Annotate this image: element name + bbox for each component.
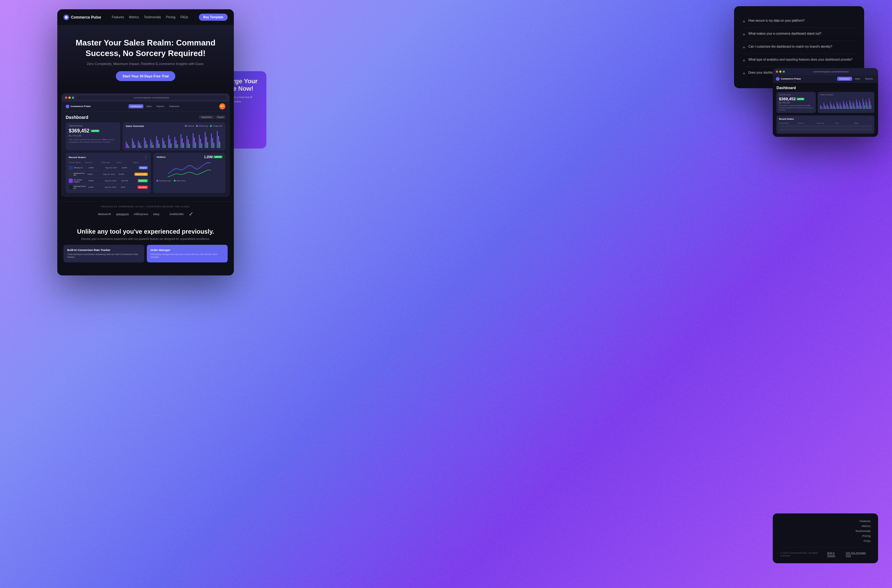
bar-group (833, 104, 836, 109)
bar (866, 100, 866, 109)
nav-link-faqs[interactable]: FAQs (180, 15, 188, 19)
right-revenue-badge: +8.77% (797, 98, 804, 100)
bar-group (199, 135, 205, 148)
faq-plus-icon-1[interactable]: + (743, 19, 745, 24)
bar-group (843, 101, 846, 109)
footer-link-testimonials[interactable]: Testimonials (855, 530, 871, 532)
tab-sales[interactable]: Sales (144, 104, 154, 108)
footer-built-with[interactable]: Built in Framer (827, 552, 843, 557)
bar (219, 141, 220, 148)
nav-link-pricing[interactable]: Pricing (166, 15, 176, 19)
faq-plus-icon-2[interactable]: + (743, 32, 745, 37)
feature-card-desc-conversion: Track and boost conversions seamlessly w… (67, 253, 141, 259)
faq-plus-icon-4[interactable]: + (743, 58, 745, 63)
footer-link-metrics[interactable]: Metrics (862, 525, 871, 528)
bar (850, 100, 850, 109)
visitors-badge: +20.4% (214, 156, 223, 158)
bar (844, 104, 845, 109)
bar (150, 139, 151, 148)
bar (132, 138, 133, 148)
brand-nike: ✓ (189, 211, 193, 218)
bar-group (853, 101, 856, 109)
bar (171, 143, 171, 148)
dashboard-tabs: Dashboard Sales Reports Shipments (129, 104, 182, 108)
right-tab-sales[interactable]: Sales (853, 77, 863, 81)
bar (162, 138, 163, 148)
faq-plus-icon-3[interactable]: + (743, 45, 745, 50)
nav-bar: Commerce Pulse Features Metrics Testimon… (57, 9, 234, 26)
bar (128, 146, 129, 148)
buy-template-button[interactable]: Buy Template (199, 14, 228, 21)
right-dash-title: Dashboard (776, 86, 874, 90)
product-image (69, 185, 72, 189)
export-button[interactable]: Export (215, 116, 226, 119)
right-dash-logo-text: Commerce Pulse (781, 77, 801, 80)
bar-group (840, 102, 842, 109)
right-tab-dashboard[interactable]: Dashboard (837, 77, 852, 81)
period-button[interactable]: September (199, 116, 214, 119)
bar (859, 100, 860, 109)
bar (183, 142, 184, 148)
bar (212, 138, 213, 148)
bar (133, 141, 134, 148)
logo-icon (63, 15, 69, 20)
nav-links: Features Metrics Testimonials Pricing FA… (112, 15, 188, 19)
footer-link-pricing[interactable]: Pricing (862, 534, 871, 537)
right-tab-reports[interactable]: Reports (863, 77, 875, 81)
footer-get-template[interactable]: Get This Template Free (846, 552, 871, 557)
right-dash-logo: Commerce Pulse (776, 77, 801, 81)
visitors-line-chart (156, 160, 223, 178)
cta-button[interactable]: Start Your 30 Days Free Trial (116, 71, 176, 81)
bar (188, 139, 189, 148)
nav-link-features[interactable]: Features (112, 15, 124, 19)
revenue-badge: +8.77% (91, 130, 100, 132)
footer-link-faqs[interactable]: FAQs (863, 539, 871, 543)
bar-group (850, 100, 852, 109)
right-orders-table-header: Product Name Order ID Order Date Price S… (779, 122, 872, 124)
logo-text: Commerce Pulse (71, 15, 101, 20)
right-metrics-row: Total Revenue $369,452 +8.77% $1,744,156… (776, 92, 874, 113)
tab-reports[interactable]: Reports (155, 104, 167, 108)
orders-menu-icon[interactable]: ⋮ (144, 155, 148, 160)
right-revenue-secondary: $1,744,156 (779, 102, 813, 104)
bar-group (193, 133, 198, 148)
bar (211, 134, 212, 148)
bar (854, 106, 855, 109)
bar (861, 106, 862, 109)
bar (152, 142, 152, 148)
tab-shipments[interactable]: Shipments (167, 104, 182, 108)
right-revenue-desc: This month's revenue has experienced a 2… (779, 105, 813, 111)
recent-orders-card: Recent Orders ⋮ Product Name Order ID Or… (66, 153, 151, 193)
faq-plus-icon-5[interactable]: + (743, 71, 745, 76)
legend-dot-existing (156, 180, 158, 182)
nav-link-testimonials[interactable]: Testimonials (144, 15, 161, 19)
browser-bar: commercepulse.com/dashboard (62, 94, 229, 102)
dashboard-nav: Commerce Pulse Dashboard Sales Reports S… (62, 102, 229, 112)
nav-link-metrics[interactable]: Metrics (129, 15, 139, 19)
legend-website: Website (185, 125, 194, 127)
legend-dot-website (185, 125, 187, 127)
order-product-nothing: Nothing Phone (2) (69, 185, 87, 189)
features-title: Unlike any tool you've experienced previ… (63, 228, 228, 236)
sales-overview-header: Sales Overview Website Mobile App (126, 125, 223, 128)
order-product-iphone: iPhone 15 (69, 166, 87, 170)
footer-cta-links: Built in Framer Get This Template Free (827, 552, 871, 557)
bar (841, 107, 842, 109)
revenue-secondary: $1,744,156 (69, 134, 117, 137)
legend-dot-google (210, 125, 212, 127)
browser-url: commercepulse.com/dashboard (77, 96, 226, 100)
bar (156, 136, 157, 148)
total-revenue-label: Total Revenue (69, 125, 117, 127)
bar (838, 106, 839, 109)
right-orders-menu[interactable]: ⋮ (869, 117, 872, 121)
footer-link-features[interactable]: Features (859, 520, 871, 523)
status-badge: Shipped (139, 166, 148, 169)
right-revenue-label: Total Revenue (779, 94, 813, 96)
bar (846, 102, 847, 109)
bar (863, 102, 864, 109)
total-revenue-value: $369,452 +8.77% (69, 128, 117, 134)
right-browser-bar: commercepulse.com/dashboard (773, 68, 878, 75)
tab-dashboard[interactable]: Dashboard (129, 104, 143, 108)
bar (860, 103, 861, 109)
bar-group (820, 105, 823, 109)
